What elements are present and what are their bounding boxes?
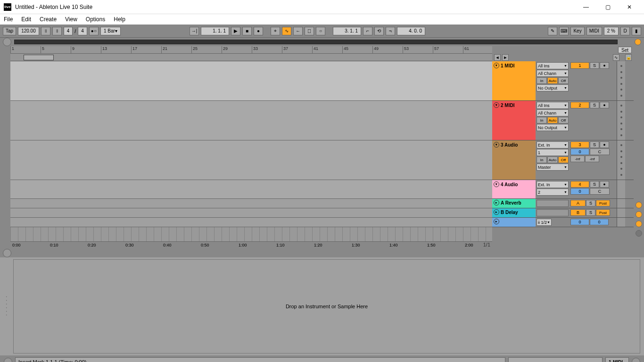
output-type-dropdown[interactable]: Master▼ <box>537 164 569 171</box>
menu-help[interactable]: Help <box>114 16 125 23</box>
track-header-master[interactable]: ▸ ii 1/2▼ 0 0 <box>492 218 634 227</box>
tempo-nudge-up[interactable]: ⦀ <box>52 27 62 35</box>
track-header-4[interactable]: ▾4 Audio Ext. In▼ 2▼ 4 S ● 0 C <box>492 180 634 199</box>
solo-button[interactable]: S <box>586 200 595 206</box>
solo-button[interactable]: S <box>590 181 599 188</box>
track-name[interactable]: A Reverb <box>501 200 521 206</box>
track-name[interactable]: B Delay <box>501 210 518 215</box>
detail-toggle-icon[interactable] <box>632 358 640 362</box>
overdub-button[interactable]: + <box>271 27 280 35</box>
post-button[interactable]: Post <box>596 209 610 216</box>
pan-knob[interactable]: C <box>590 188 610 195</box>
output-type-dropdown[interactable]: No Output▼ <box>537 84 569 91</box>
input-channel-dropdown[interactable]: All Chann▼ <box>537 70 569 77</box>
send-a-value[interactable]: -inf <box>570 156 585 162</box>
track-activator-button[interactable]: 1 <box>570 62 589 69</box>
menu-file[interactable]: File <box>4 16 13 23</box>
close-button[interactable]: ✕ <box>619 0 640 14</box>
input-type-dropdown[interactable]: Ext. In▼ <box>537 181 569 188</box>
master-volume[interactable]: 0 <box>570 219 589 225</box>
play-button[interactable]: ▶ <box>231 27 240 35</box>
arm-button[interactable]: ● <box>600 62 609 69</box>
loop-start[interactable]: 3. 1. 1 <box>333 27 361 35</box>
next-locator-icon[interactable]: ► <box>502 54 509 61</box>
quantize-menu[interactable]: 1 Bar ▾ <box>100 27 121 35</box>
fold-icon[interactable]: ▾ <box>494 102 499 108</box>
tempo-nudge-down[interactable]: ⦀ <box>41 27 50 35</box>
maximize-button[interactable]: ▢ <box>597 0 619 14</box>
send-knob[interactable]: 0 <box>570 188 589 195</box>
arrangement-position[interactable]: 1. 1. 1 <box>201 27 229 35</box>
track-lane-4[interactable] <box>10 180 492 199</box>
input-type-dropdown[interactable]: All Ins▼ <box>537 62 569 69</box>
reenable-automation-button[interactable]: ← <box>293 27 303 35</box>
loop-length[interactable]: 4. 0. 0 <box>397 27 425 35</box>
arm-button[interactable]: ● <box>600 181 609 188</box>
track-activator-button[interactable]: 4 <box>570 181 589 188</box>
track-activator-button[interactable]: A <box>570 200 586 206</box>
overview-toggle-icon[interactable] <box>3 38 11 46</box>
menu-view[interactable]: View <box>65 16 77 23</box>
side-selector-top[interactable] <box>635 39 641 45</box>
monitor-in-button[interactable]: In <box>537 117 547 123</box>
cue-out-dropdown[interactable]: ii 1/2▼ <box>537 219 552 226</box>
computer-midi-keyboard-button[interactable]: ⌨ <box>559 27 569 35</box>
prev-locator-icon[interactable]: ◄ <box>494 54 501 61</box>
metronome-button[interactable]: ●○ <box>89 27 99 35</box>
track-header-1[interactable]: ▾1 MIDI All Ins▼ All Chann▼ In Auto Off … <box>492 61 634 101</box>
time-sig-denominator[interactable]: 4 <box>78 27 87 35</box>
track-lanes-area[interactable] <box>10 61 492 241</box>
input-type-dropdown[interactable]: All Ins▼ <box>537 102 569 109</box>
input-type-dropdown[interactable]: Ext. In▼ <box>537 141 569 148</box>
track-header-3[interactable]: ▾3 Audio Ext. In▼ 1▼ In Auto Off Master▼… <box>492 140 634 180</box>
session-record-button[interactable]: ○ <box>316 27 325 35</box>
minimize-button[interactable]: — <box>575 0 597 14</box>
stop-button[interactable]: ■ <box>242 27 252 35</box>
loop-button[interactable]: ⟲ <box>374 27 384 35</box>
monitor-off-button[interactable]: Off <box>558 117 569 123</box>
track-name[interactable]: 4 Audio <box>501 182 518 187</box>
record-button[interactable]: ● <box>254 27 263 35</box>
io-section-toggle-icon[interactable] <box>636 202 642 208</box>
punch-out-button[interactable]: ¬ <box>386 27 395 35</box>
fold-icon[interactable]: ▾ <box>494 63 499 68</box>
fold-icon[interactable]: ▾ <box>494 181 499 187</box>
track-lane-2[interactable] <box>10 101 492 140</box>
fold-icon[interactable]: ▾ <box>494 142 499 148</box>
set-locator-button[interactable]: Set <box>618 47 632 53</box>
arrangement-overview[interactable] <box>14 40 618 44</box>
key-map-button[interactable]: Key <box>570 27 584 35</box>
solo-button[interactable]: S <box>590 102 599 108</box>
track-activator-button[interactable]: 2 <box>570 102 589 108</box>
device-track-selector[interactable]: 1-MIDI <box>605 357 629 362</box>
pan-knob[interactable]: C <box>590 148 610 155</box>
return-io[interactable] <box>537 209 569 216</box>
return-section-toggle-icon[interactable] <box>636 211 642 218</box>
post-button[interactable]: Post <box>596 200 610 206</box>
send-knob[interactable]: 0 <box>570 148 589 155</box>
monitor-in-button[interactable]: In <box>537 156 547 163</box>
delay-section-toggle-icon[interactable] <box>636 230 642 237</box>
beat-ruler[interactable]: 15913172125293337414549535761 <box>10 46 492 54</box>
output-type-dropdown[interactable]: No Output▼ <box>537 124 569 131</box>
monitor-in-button[interactable]: In <box>537 77 547 84</box>
monitor-auto-button[interactable]: Auto <box>547 77 558 84</box>
mixer-section-toggle-icon[interactable] <box>636 221 642 227</box>
arrangement-loop-region[interactable] <box>24 55 54 60</box>
input-channel-dropdown[interactable]: 1▼ <box>537 149 569 156</box>
track-lane-1[interactable] <box>10 61 492 101</box>
automation-mode-icon[interactable]: ∿ <box>613 54 619 61</box>
monitor-off-button[interactable]: Off <box>558 156 569 163</box>
track-name[interactable]: 2 MIDI <box>501 103 514 108</box>
time-sig-numerator[interactable]: 4 <box>64 27 73 35</box>
fold-icon[interactable]: ▸ <box>494 200 499 206</box>
return-io[interactable] <box>537 200 569 207</box>
track-header-return-b[interactable]: ▸B Delay B S Post <box>492 208 634 218</box>
capture-button[interactable]: ⎕ <box>305 27 314 35</box>
menu-edit[interactable]: Edit <box>21 16 31 23</box>
punch-in-button[interactable]: ⌐ <box>363 27 372 35</box>
track-name[interactable]: 3 Audio <box>501 142 518 148</box>
time-ruler[interactable]: 1/1 0:000:100:200:300:400:501:001:101:20… <box>10 241 492 249</box>
track-header-2[interactable]: ▾2 MIDI All Ins▼ All Chann▼ In Auto Off … <box>492 101 634 140</box>
loop-brace-row[interactable] <box>10 54 492 61</box>
